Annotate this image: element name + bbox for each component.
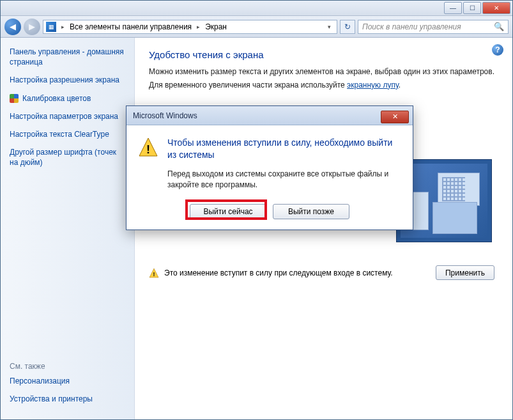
see-also-header: См. также [10,362,125,371]
breadcrumb-segment[interactable]: Все элементы панели управления [70,22,192,31]
sidebar-link-cleartype[interactable]: Настройка текста ClearType [10,129,125,139]
sidebar: Панель управления - домашняя страница На… [1,38,135,419]
page-description-1: Можно изменить размер текста и других эл… [149,66,498,77]
maximize-button[interactable]: ☐ [463,2,481,14]
dialog-heading: Чтобы изменения вступили в силу, необход… [167,137,401,161]
sidebar-link-display-settings[interactable]: Настройка параметров экрана [10,111,125,121]
window-titlebar: — ☐ ✕ [1,1,512,16]
logoff-dialog: Microsoft Windows ✕ ! Чтобы изменения вс… [126,105,413,230]
warning-icon: ! [138,137,158,157]
sidebar-link-calibrate[interactable]: Калибровка цветов [22,93,91,104]
see-also-personalization[interactable]: Персонализация [10,376,125,386]
see-also-devices[interactable]: Устройства и принтеры [10,394,125,404]
logoff-later-button[interactable]: Выйти позже [273,204,349,219]
breadcrumb-sep-icon: ▸ [194,24,203,30]
warning-text: Это изменение вступит в силу при следующ… [164,268,393,277]
address-bar[interactable]: ▦ ▸ Все элементы панели управления ▸ Экр… [43,20,337,34]
warning-icon: ! [149,268,159,278]
svg-text:!: ! [146,143,150,156]
search-input[interactable]: Поиск в панели управления 🔍 [358,20,509,34]
dialog-body-text: Перед выходом из системы сохраните все о… [167,169,401,191]
page-title: Удобство чтения с экрана [149,49,498,60]
breadcrumb-segment[interactable]: Экран [205,22,227,31]
dialog-title: Microsoft Windows [133,111,197,120]
logoff-now-button[interactable]: Выйти сейчас [190,204,266,219]
back-button[interactable]: ◀ [4,19,21,35]
preview-window-icon [438,173,480,206]
control-panel-window: — ☐ ✕ ◀ ▶ ▦ ▸ Все элементы панели управл… [0,0,513,420]
navigation-bar: ◀ ▶ ▦ ▸ Все элементы панели управления ▸… [1,16,512,38]
minimize-button[interactable]: — [444,2,462,14]
search-placeholder: Поиск в панели управления [362,22,461,31]
dialog-button-row: Выйти сейчас Выйти позже [126,200,413,229]
dialog-titlebar: Microsoft Windows ✕ [126,106,413,125]
sidebar-see-also: См. также Персонализация Устройства и пр… [10,362,125,412]
breadcrumb-sep-icon: ▸ [59,24,67,30]
page-description-2: Для временного увеличения части экрана и… [149,80,498,91]
apply-button[interactable]: Применить [436,265,494,280]
pending-change-warning: ! Это изменение вступит в силу при следу… [149,268,417,278]
window-close-button[interactable]: ✕ [482,2,510,14]
search-icon: 🔍 [494,22,504,31]
sidebar-home-link[interactable]: Панель управления - домашняя страница [10,47,125,67]
sidebar-link-resolution[interactable]: Настройка разрешения экрана [10,75,125,85]
sidebar-link-dpi[interactable]: Другой размер шрифта (точек на дюйм) [10,147,125,167]
shield-icon [10,94,19,103]
help-icon[interactable]: ? [492,44,503,56]
dialog-close-button[interactable]: ✕ [381,111,409,123]
preview-window-icon [433,202,477,234]
forward-button[interactable]: ▶ [24,19,40,35]
control-panel-icon: ▦ [46,22,56,32]
address-dropdown-icon[interactable]: ▾ [324,24,334,30]
svg-text:!: ! [153,271,155,277]
refresh-button[interactable]: ↻ [340,20,355,34]
magnifier-link[interactable]: экранную лупу [347,81,399,89]
